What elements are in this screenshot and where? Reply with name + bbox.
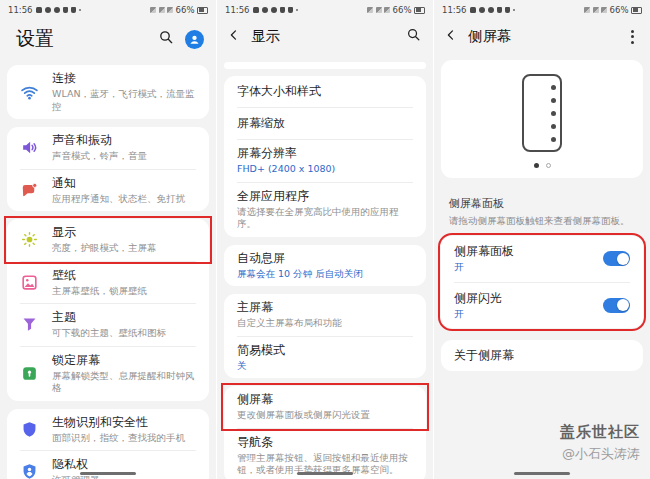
music-note-icon — [497, 7, 502, 13]
music-note-icon — [71, 7, 76, 13]
item-subtitle: WLAN，蓝牙，飞行模式，流量监控 — [52, 88, 196, 113]
display-item-resolution[interactable]: 屏幕分辨率 FHD+ (2400 x 1080) — [224, 140, 426, 182]
message-icon — [470, 7, 476, 13]
item-subtitle: 更改侧屏幕面板或侧屏闪光设置 — [237, 409, 413, 422]
home-indicator[interactable] — [297, 472, 353, 475]
home-indicator[interactable] — [514, 472, 570, 475]
display-item-screen-timeout[interactable]: 自动息屏 屏幕会在 10 分钟 后自动关闭 — [224, 245, 426, 287]
status-time: 11:56 — [8, 5, 33, 15]
account-avatar[interactable] — [185, 30, 204, 49]
wifi-icon — [20, 83, 39, 102]
edge-panels-toggle-row[interactable]: 侧屏幕面板 开 — [441, 236, 643, 282]
section-description: 请拖动侧屏幕面板触钮来查看侧屏幕面板。 — [449, 215, 635, 228]
sun-icon — [20, 230, 39, 249]
page-title: 显示 — [251, 27, 406, 46]
back-icon[interactable] — [227, 27, 241, 46]
item-subtitle: 面部识别，指纹，查找我的手机 — [52, 432, 196, 445]
theme-funnel-icon — [20, 315, 39, 334]
display-header: 显示 — [217, 18, 433, 56]
notification-bubble-icon — [20, 181, 39, 200]
battery-percent: 66% — [393, 5, 412, 15]
watermark-brand: 盖乐世社区 — [560, 423, 640, 442]
music-note-icon — [288, 7, 293, 13]
item-title: 通知 — [52, 176, 196, 191]
settings-item-sound[interactable]: 声音和振动 声音模式，铃声，音量 — [7, 127, 209, 169]
search-icon[interactable] — [158, 29, 174, 49]
item-title: 导航条 — [237, 435, 413, 450]
settings-item-connections[interactable]: 连接 WLAN，蓝牙，飞行模式，流量监控 — [7, 65, 209, 119]
item-title: 隐私权 — [52, 457, 196, 472]
item-title: 关于侧屏幕 — [454, 348, 630, 363]
item-value: 关 — [237, 360, 413, 373]
phone-illustration — [522, 74, 562, 152]
settings-item-display[interactable]: 显示 亮度，护眼模式，主屏幕 — [7, 219, 209, 261]
shield-person-icon — [20, 462, 39, 479]
music-note-icon — [280, 7, 285, 13]
settings-group-display: 显示 亮度，护眼模式，主屏幕 壁纸 主屏幕壁纸，锁屏壁纸 主题 — [7, 219, 209, 401]
item-subtitle: 应用程序通知、状态栏、免打扰 — [52, 193, 196, 206]
item-title: 声音和振动 — [52, 133, 196, 148]
display-item-edge-screen[interactable]: 侧屏幕 更改侧屏幕面板或侧屏闪光设置 — [224, 386, 426, 428]
battery-percent: 66% — [176, 5, 195, 15]
more-notifications-dot — [296, 9, 299, 12]
item-title: 主屏幕 — [237, 300, 413, 315]
edge-panels-toggle[interactable] — [603, 251, 630, 266]
signal2-icon — [601, 7, 607, 13]
item-title: 简易模式 — [237, 343, 413, 358]
edge-lighting-toggle[interactable] — [603, 298, 630, 313]
settings-item-themes[interactable]: 主题 可下载的主题、壁纸和图标 — [7, 304, 209, 346]
app-notification-icon — [488, 7, 494, 13]
page-indicator[interactable] — [534, 163, 551, 168]
message-icon — [36, 7, 42, 13]
edge-header: 侧屏幕 — [434, 18, 650, 56]
item-subtitle: 屏幕解锁类型、息屏提醒和时钟风格 — [52, 370, 196, 395]
display-item-fullscreen-apps[interactable]: 全屏应用程序 请选择要在全屏宽高比中使用的应用程序。 — [224, 183, 426, 237]
status-bar: 11:56 66% — [217, 0, 433, 18]
phone-icon — [45, 7, 51, 13]
about-edge-card: 关于侧屏幕 — [441, 340, 643, 371]
item-title: 字体大小和样式 — [237, 84, 413, 99]
back-icon[interactable] — [444, 27, 458, 46]
item-subtitle: 可下载的主题、壁纸和图标 — [52, 327, 196, 340]
battery-icon — [631, 7, 642, 14]
watermark-author: @小石头涛涛 — [560, 445, 640, 463]
phone-icon — [479, 7, 485, 13]
display-item-font-size[interactable]: 字体大小和样式 — [224, 76, 426, 107]
status-bar: 11:56 66% — [434, 0, 650, 18]
settings-group-security: 生物识别和安全性 面部识别，指纹，查找我的手机 隐私权 许可管理器 — [7, 409, 209, 479]
item-subtitle: 请选择要在全屏宽高比中使用的应用程序。 — [237, 206, 413, 231]
battery-percent: 66% — [610, 5, 629, 15]
item-title: 主题 — [52, 310, 196, 325]
status-time: 11:56 — [442, 5, 467, 15]
settings-item-lock-screen[interactable]: 锁定屏幕 屏幕解锁类型、息屏提醒和时钟风格 — [7, 347, 209, 401]
display-item-easy-mode[interactable]: 简易模式 关 — [224, 337, 426, 379]
signal2-icon — [384, 7, 390, 13]
settings-header: 设置 — [0, 18, 216, 61]
page-dot-active[interactable] — [534, 163, 539, 168]
item-state: 开 — [454, 261, 595, 274]
page-dot-inactive[interactable] — [546, 163, 551, 168]
settings-item-wallpaper[interactable]: 壁纸 主屏幕壁纸，锁屏壁纸 — [7, 262, 209, 304]
item-title: 侧屏闪光 — [454, 291, 595, 306]
about-edge-screen-item[interactable]: 关于侧屏幕 — [441, 340, 643, 371]
item-value: FHD+ (2400 x 1080) — [237, 163, 413, 176]
page-title: 设置 — [16, 26, 54, 52]
more-options-icon[interactable] — [627, 28, 638, 46]
item-title: 连接 — [52, 71, 196, 86]
edge-lighting-toggle-row[interactable]: 侧屏闪光 开 — [441, 283, 643, 329]
search-icon[interactable] — [406, 27, 421, 46]
settings-item-biometrics-security[interactable]: 生物识别和安全性 面部识别，指纹，查找我的手机 — [7, 409, 209, 451]
battery-icon — [197, 7, 208, 14]
scrolled-card-remnant — [224, 62, 426, 69]
display-item-home-screen[interactable]: 主屏幕 自定义主屏幕布局和功能 — [224, 294, 426, 336]
item-title: 侧屏幕 — [237, 392, 413, 407]
display-group-timeout: 自动息屏 屏幕会在 10 分钟 后自动关闭 — [224, 245, 426, 287]
display-group-font-screen: 字体大小和样式 屏幕缩放 屏幕分辨率 FHD+ (2400 x 1080) 全屏 — [224, 76, 426, 237]
edge-toggles-card: 侧屏幕面板 开 侧屏闪光 开 — [441, 236, 643, 328]
home-indicator[interactable] — [80, 472, 136, 475]
item-subtitle: 声音模式，铃声，音量 — [52, 150, 196, 163]
signal1-icon — [159, 7, 165, 13]
item-title: 全屏应用程序 — [237, 189, 413, 204]
display-item-screen-zoom[interactable]: 屏幕缩放 — [224, 108, 426, 139]
settings-item-notifications[interactable]: 通知 应用程序通知、状态栏、免打扰 — [7, 170, 209, 212]
